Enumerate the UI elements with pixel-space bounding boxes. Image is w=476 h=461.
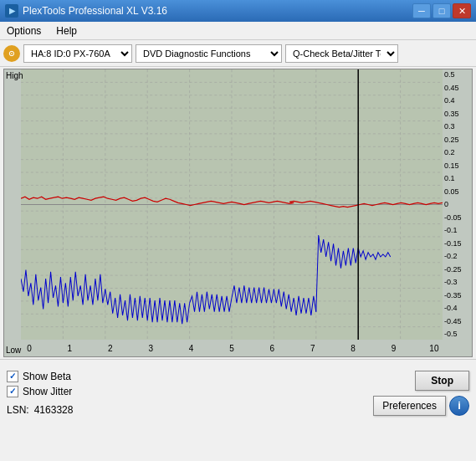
x-label-9: 9 bbox=[386, 344, 402, 353]
y-label-1: 0.45 bbox=[444, 85, 459, 92]
y-label-16: -0.3 bbox=[444, 279, 458, 286]
y-label-7: 0.15 bbox=[444, 162, 459, 170]
app-icon: ▶ bbox=[5, 4, 18, 18]
y-label-20: -0.5 bbox=[444, 330, 458, 338]
y-label-19: -0.45 bbox=[444, 318, 462, 325]
y-axis-right: 0.5 0.45 0.4 0.35 0.3 0.25 0.2 0.15 0.1 … bbox=[443, 69, 472, 340]
x-label-0: 0 bbox=[21, 344, 38, 353]
stop-button[interactable]: Stop bbox=[415, 371, 469, 391]
x-label-3: 3 bbox=[142, 344, 159, 353]
minimize-button[interactable]: ─ bbox=[412, 3, 431, 18]
y-label-0: 0.5 bbox=[444, 71, 455, 79]
y-label-17: -0.35 bbox=[444, 292, 462, 300]
x-label-10: 10 bbox=[426, 344, 443, 353]
lsn-area: LSN: 4163328 bbox=[7, 404, 73, 416]
drive-icon: ⊙ bbox=[3, 45, 20, 62]
x-label-8: 8 bbox=[345, 344, 361, 353]
menu-options[interactable]: Options bbox=[3, 24, 44, 38]
function-select[interactable]: DVD Diagnostic Functions bbox=[136, 44, 282, 63]
x-label-1: 1 bbox=[61, 344, 78, 353]
maximize-button[interactable]: □ bbox=[432, 3, 451, 18]
y-label-9: 0.05 bbox=[444, 188, 459, 196]
x-axis: 0 1 2 3 4 5 6 7 8 9 10 bbox=[21, 340, 443, 356]
show-jitter-row: Show Jitter bbox=[7, 386, 73, 397]
bottom-right: Stop Preferences i bbox=[373, 371, 469, 416]
chart-container: High Low bbox=[3, 69, 473, 357]
y-label-5: 0.25 bbox=[444, 136, 459, 144]
x-label-6: 6 bbox=[264, 344, 280, 353]
show-jitter-label: Show Jitter bbox=[23, 386, 72, 397]
y-label-2: 0.4 bbox=[444, 97, 455, 105]
x-label-5: 5 bbox=[223, 344, 240, 353]
y-label-15: -0.25 bbox=[444, 266, 462, 274]
bottom-panel: Show Beta Show Jitter LSN: 4163328 Stop … bbox=[0, 359, 476, 426]
y-label-8: 0.1 bbox=[444, 175, 455, 182]
y-label-18: -0.4 bbox=[444, 305, 458, 312]
chart-label-high: High bbox=[6, 71, 23, 80]
menu-bar: Options Help bbox=[0, 22, 476, 40]
info-button[interactable]: i bbox=[449, 396, 469, 416]
y-label-4: 0.3 bbox=[444, 123, 455, 131]
chart-label-low: Low bbox=[6, 346, 21, 355]
x-label-2: 2 bbox=[102, 344, 119, 353]
drive-select[interactable]: HA:8 ID:0 PX-760A bbox=[23, 44, 132, 63]
test-select[interactable]: Q-Check Beta/Jitter Test bbox=[285, 44, 398, 63]
show-jitter-checkbox[interactable] bbox=[7, 386, 18, 397]
close-button[interactable]: ✕ bbox=[453, 3, 471, 18]
checkboxes: Show Beta Show Jitter bbox=[7, 371, 73, 397]
toolbar: ⊙ HA:8 ID:0 PX-760A DVD Diagnostic Funct… bbox=[0, 40, 476, 67]
show-beta-row: Show Beta bbox=[7, 371, 73, 382]
lsn-label: LSN: bbox=[7, 404, 29, 416]
y-label-6: 0.2 bbox=[444, 149, 455, 156]
y-label-10: 0 bbox=[444, 201, 448, 208]
title-bar: ▶ PlexTools Professional XL V3.16 ─ □ ✕ bbox=[0, 0, 476, 22]
show-beta-label: Show Beta bbox=[23, 371, 71, 382]
window-controls: ─ □ ✕ bbox=[412, 3, 471, 18]
y-label-13: -0.15 bbox=[444, 240, 462, 248]
y-label-3: 0.35 bbox=[444, 110, 459, 118]
menu-help[interactable]: Help bbox=[53, 24, 80, 38]
y-label-12: -0.1 bbox=[444, 227, 458, 234]
app-title: PlexTools Professional XL V3.16 bbox=[23, 5, 167, 17]
lsn-value: 4163328 bbox=[34, 404, 74, 416]
preferences-button[interactable]: Preferences bbox=[373, 396, 446, 416]
bottom-actions: Preferences i bbox=[373, 396, 469, 416]
x-label-7: 7 bbox=[305, 344, 321, 353]
x-label-4: 4 bbox=[183, 344, 200, 353]
y-label-11: -0.05 bbox=[444, 214, 462, 222]
chart-area bbox=[21, 69, 443, 340]
y-label-14: -0.2 bbox=[444, 253, 458, 260]
show-beta-checkbox[interactable] bbox=[7, 371, 18, 382]
